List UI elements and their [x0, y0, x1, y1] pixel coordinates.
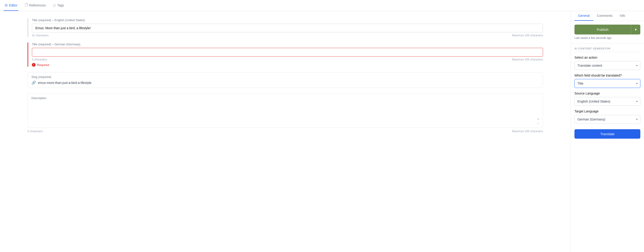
link-icon: 🔗: [32, 80, 36, 85]
title-de-input[interactable]: [32, 48, 543, 57]
title-de-group: Title (required) – German (Germany) 0 ch…: [28, 43, 543, 67]
slug-value[interactable]: emus-more-than-just-a-bird-a-lifestyle: [38, 81, 91, 85]
publish-btn-row: Publish ▾: [574, 25, 640, 35]
title-en-group: Title (required) – English (United State…: [28, 18, 543, 37]
tab-references-label: References: [30, 4, 46, 7]
editor-icon: ⊞: [4, 3, 8, 7]
title-de-section: Title (required) – German (Germany) 0 ch…: [28, 43, 543, 67]
tab-tags-label: Tags: [57, 4, 64, 7]
tab-references[interactable]: ❐ References: [24, 0, 47, 11]
description-char-row: 0 characters Maximum 256 characters: [28, 130, 543, 133]
top-nav: ⊞ Editor ❐ References ◇ Tags: [0, 0, 644, 11]
slug-label: Slug (required): [32, 75, 539, 79]
publish-dropdown-button[interactable]: ▾: [631, 25, 640, 35]
error-icon: !: [32, 63, 36, 67]
tab-editor-label: Editor: [9, 4, 18, 7]
title-de-label: Title (required) – German (Germany): [32, 43, 543, 46]
title-en-char-row: 41 characters Maximum 256 characters: [32, 34, 543, 37]
target-language-dropdown[interactable]: German (Germany): [574, 115, 640, 124]
target-language-label: Target Language: [574, 109, 640, 113]
required-error: ! Required: [32, 63, 543, 67]
which-field-label: Which field should be translated?: [574, 74, 640, 77]
slug-section: Slug (required) 🔗 emus-more-than-just-a-…: [28, 72, 543, 88]
target-language-wrapper: German (Germany) ▾: [574, 115, 640, 124]
references-icon: ❐: [25, 3, 28, 7]
source-language-wrapper: English (United States) ▾: [574, 97, 640, 106]
select-action-wrapper: Translate content ▾: [574, 61, 640, 70]
editor-area: Title (required) – English (United State…: [0, 11, 570, 252]
source-language-label: Source Language: [574, 91, 640, 95]
title-de-chars: 0 characters: [32, 58, 47, 61]
title-en-label: Title (required) – English (United State…: [32, 18, 543, 22]
required-label: Required: [37, 63, 49, 67]
title-en-section: Title (required) – English (United State…: [28, 18, 543, 37]
tab-tags[interactable]: ◇ Tags: [52, 0, 65, 11]
resize-handle: ⇲: [32, 122, 539, 125]
tab-info[interactable]: Info: [616, 11, 629, 21]
description-section: Description ⇲: [28, 93, 543, 128]
tab-editor[interactable]: ⊞ Editor: [4, 0, 18, 11]
title-en-chars: 41 characters: [32, 34, 49, 37]
title-en-input[interactable]: [32, 24, 543, 32]
title-de-char-row: 0 characters Maximum 256 characters: [32, 58, 543, 61]
sidebar-tabs: General Comments Info: [571, 11, 644, 21]
tab-comments[interactable]: Comments: [593, 11, 616, 21]
which-field-dropdown[interactable]: Title: [574, 79, 640, 88]
description-textarea[interactable]: [32, 102, 539, 120]
ai-section: AI CONTENT GENERATOR Select an action Tr…: [571, 43, 644, 252]
description-chars: 0 characters: [28, 130, 43, 133]
select-action-dropdown[interactable]: Translate content: [574, 61, 640, 70]
description-max: Maximum 256 characters: [512, 130, 543, 133]
right-sidebar: General Comments Info Publish ▾ Last sav…: [570, 11, 644, 252]
main-layout: Title (required) – English (United State…: [0, 11, 644, 252]
ai-section-title: AI CONTENT GENERATOR: [574, 47, 640, 52]
publish-button[interactable]: Publish: [574, 25, 631, 35]
which-field-wrapper: Title ▾: [574, 79, 640, 88]
description-label: Description: [32, 96, 539, 100]
saved-text: Last saved a few seconds ago: [574, 36, 640, 40]
translate-button[interactable]: Translate: [574, 129, 640, 139]
tags-icon: ◇: [53, 3, 56, 7]
title-de-max: Maximum 256 characters: [512, 58, 543, 61]
source-language-dropdown[interactable]: English (United States): [574, 97, 640, 106]
tab-general[interactable]: General: [574, 11, 593, 21]
select-action-label: Select an action: [574, 56, 640, 59]
publish-area: Publish ▾ Last saved a few seconds ago: [571, 21, 644, 43]
title-en-max: Maximum 256 characters: [512, 34, 543, 37]
slug-input-row: 🔗 emus-more-than-just-a-bird-a-lifestyle: [32, 80, 539, 85]
publish-dropdown-icon: ▾: [635, 28, 637, 32]
